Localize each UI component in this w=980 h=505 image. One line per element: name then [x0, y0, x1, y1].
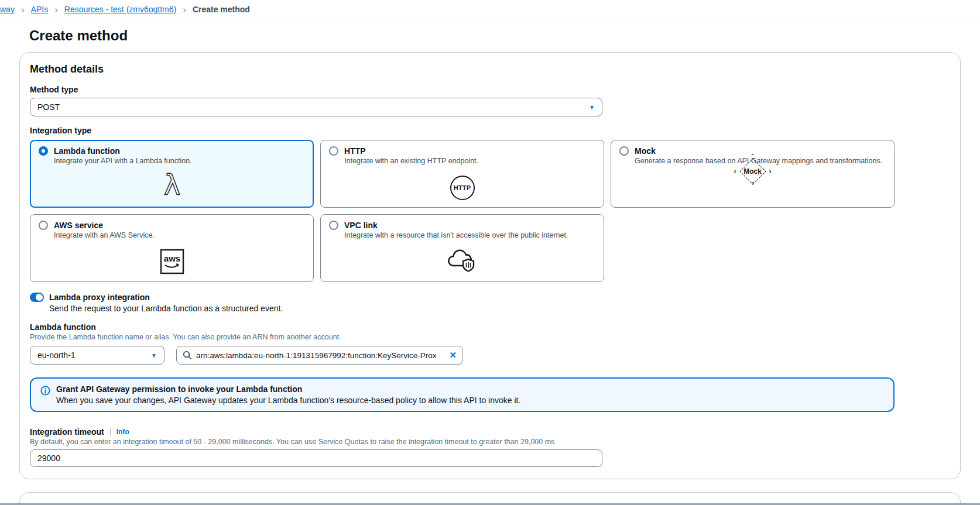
breadcrumb-link-apis[interactable]: APIs: [31, 5, 49, 14]
radio-icon[interactable]: [39, 221, 48, 230]
integration-timeout-input[interactable]: [30, 449, 602, 467]
chevron-down-icon: ▼: [589, 104, 595, 111]
tile-title: Lambda function: [54, 146, 120, 156]
tile-description: Integrate your API with a Lambda functio…: [54, 157, 305, 165]
lambda-arn-field: ✕: [176, 346, 463, 365]
radio-icon[interactable]: [329, 221, 338, 230]
aws-icon: aws: [160, 249, 184, 274]
svg-text:aws: aws: [163, 253, 180, 263]
integration-tile-lambda-function[interactable]: Lambda function Integrate your API with …: [30, 140, 314, 208]
radio-icon[interactable]: [329, 146, 338, 156]
radio-icon[interactable]: [619, 146, 629, 156]
tile-description: Integrate with an existing HTTP endpoint…: [344, 157, 595, 165]
lambda-arn-input[interactable]: [196, 351, 445, 360]
info-icon: [40, 386, 50, 405]
page-title: Create method: [29, 28, 980, 44]
mock-arrow-left: ‹: [734, 168, 736, 175]
mock-arrow-down: ˇ: [752, 182, 754, 189]
breadcrumb-link-resources[interactable]: Resources - test (zmv6ogttm6): [64, 5, 176, 14]
http-icon-label: HTTP: [454, 184, 471, 191]
tile-title: VPC link: [344, 221, 378, 230]
integration-timeout-info-link[interactable]: Info: [110, 428, 129, 436]
http-icon: HTTP: [450, 176, 475, 200]
lambda-icon: λ: [159, 170, 186, 200]
integration-tile-vpc-link[interactable]: VPC link Integrate with a resource that …: [320, 214, 604, 282]
toggle-knob: [36, 294, 43, 301]
mock-icon: ‹ › ˆ ˇ Mock: [734, 158, 772, 185]
banner-title: Grant API Gateway permission to invoke y…: [56, 384, 520, 394]
chevron-right-icon: ›: [182, 5, 187, 15]
region-value: eu-north-1: [37, 351, 76, 360]
banner-message: When you save your changes, API Gateway …: [56, 396, 520, 405]
integration-tile-http[interactable]: HTTP Integrate with an existing HTTP end…: [320, 140, 604, 208]
method-details-heading: Method details: [30, 63, 950, 75]
lambda-function-label: Lambda function: [30, 322, 950, 332]
integration-timeout-label: Integration timeout: [30, 427, 104, 437]
integration-type-tiles: Lambda function Integrate your API with …: [30, 140, 950, 282]
mock-icon-label: Mock: [743, 167, 762, 176]
chevron-right-icon: ›: [54, 5, 59, 15]
integration-type-label: Integration type: [30, 126, 950, 135]
tile-title: HTTP: [344, 146, 366, 156]
radio-selected-icon[interactable]: [39, 146, 48, 156]
vpc-link-icon: [446, 246, 479, 274]
mock-arrow-right: ›: [769, 168, 772, 175]
breadcrumb-link-gateway[interactable]: way: [0, 5, 15, 14]
lambda-function-description: Provide the Lambda function name or alia…: [30, 333, 950, 341]
lambda-proxy-description: Send the request to your Lambda function…: [49, 304, 950, 313]
tile-title: Mock: [635, 146, 656, 156]
mock-arrow-up: ˆ: [752, 154, 754, 161]
tile-title: AWS service: [54, 221, 103, 230]
permission-info-banner: Grant API Gateway permission to invoke y…: [30, 377, 895, 412]
method-type-value: POST: [37, 102, 60, 112]
svg-text:λ: λ: [163, 170, 180, 200]
clear-icon[interactable]: ✕: [449, 350, 457, 360]
method-type-label: Method type: [30, 85, 950, 94]
breadcrumb-current: Create method: [193, 5, 250, 14]
region-select[interactable]: eu-north-1 ▼: [30, 346, 165, 365]
search-icon: [183, 351, 192, 360]
method-type-select[interactable]: POST ▼: [30, 98, 602, 116]
tile-description: Integrate with a resource that isn't acc…: [344, 231, 595, 239]
method-details-card: Method details Method type POST ▼ Integr…: [19, 52, 961, 479]
integration-timeout-description: By default, you can enter an integration…: [30, 438, 950, 446]
lambda-proxy-section: Lambda proxy integration Send the reques…: [30, 293, 950, 313]
integration-tile-aws-service[interactable]: AWS service Integrate with an AWS Servic…: [30, 214, 314, 282]
lambda-proxy-toggle[interactable]: [30, 293, 44, 302]
chevron-down-icon: ▼: [151, 352, 157, 359]
tile-description: Integrate with an AWS Service.: [54, 231, 305, 239]
lambda-proxy-label: Lambda proxy integration: [49, 293, 150, 302]
breadcrumb: way › APIs › Resources - test (zmv6ogttm…: [0, 0, 980, 19]
integration-tile-mock[interactable]: Mock Generate a response based on API Ga…: [611, 140, 895, 208]
chevron-right-icon: ›: [20, 5, 25, 15]
